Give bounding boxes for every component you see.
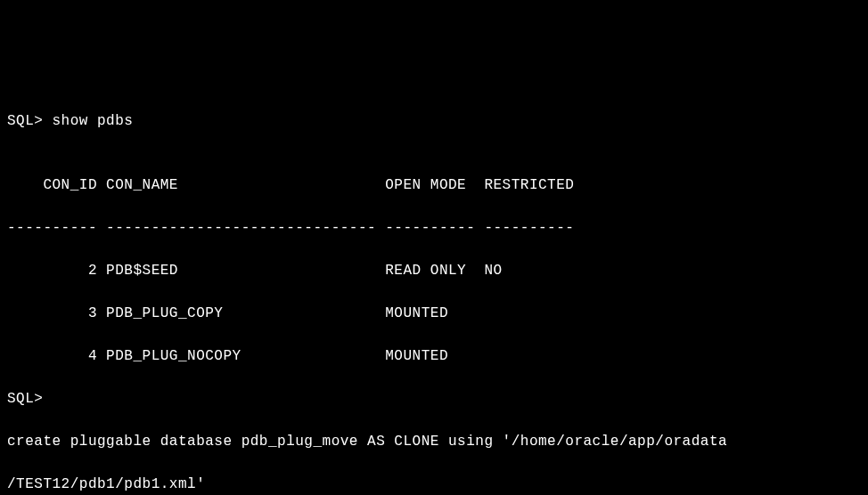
table-row: 4 PDB_PLUG_NOCOPY MOUNTED bbox=[7, 345, 861, 367]
sql-command-line: SQL> show pdbs bbox=[7, 110, 861, 132]
table-row: 3 PDB_PLUG_COPY MOUNTED bbox=[7, 303, 861, 324]
terminal-window[interactable]: SQL> show pdbs CON_ID CON_NAME OPEN MODE… bbox=[7, 89, 861, 495]
sql-prompt: SQL> bbox=[7, 388, 861, 410]
table-row: 2 PDB$SEED READ ONLY NO bbox=[7, 260, 861, 281]
sql-command-line: create pluggable database pdb_plug_move … bbox=[7, 431, 861, 452]
sql-command-line: /TEST12/pdb1/pdb1.xml' bbox=[7, 474, 861, 495]
table-header: CON_ID CON_NAME OPEN MODE RESTRICTED bbox=[7, 174, 861, 196]
table-divider: ---------- -----------------------------… bbox=[7, 217, 861, 239]
